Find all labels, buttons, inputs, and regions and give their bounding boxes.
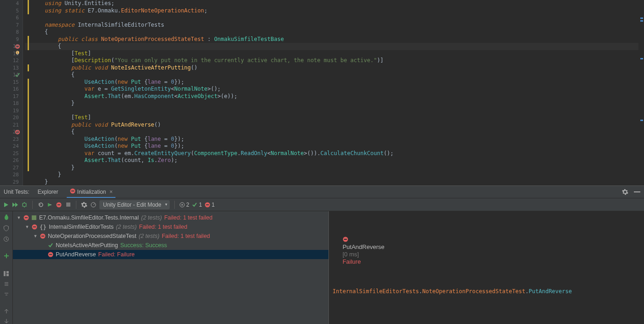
tree-row-namespace[interactable]: ▼ {} InternalSimfileEditorTests (2 tests… [13, 222, 328, 231]
gear-icon[interactable] [622, 189, 628, 195]
line-gutter: 4567891011121314151617181920212223242526… [0, 0, 23, 185]
code-editor[interactable]: 4567891011121314151617181920212223242526… [0, 0, 644, 185]
failed-count[interactable]: 1 [205, 202, 215, 208]
svg-rect-12 [66, 202, 70, 207]
svg-rect-33 [344, 239, 347, 240]
fail-circle-icon [69, 188, 76, 194]
broken-count[interactable]: 2 [179, 202, 190, 208]
run-icon[interactable] [3, 202, 9, 208]
svg-rect-27 [33, 226, 36, 227]
rerun-icon[interactable] [37, 202, 44, 208]
test-toolbar: Unity Editor - Edit Mode 2 1 1 [0, 198, 644, 211]
svg-point-18 [6, 214, 7, 216]
runner-dropdown[interactable]: Unity Editor - Edit Mode [99, 200, 170, 209]
test-tree[interactable]: ▼ E7.Onmaku.SimfileEditor.Tests.Internal… [13, 211, 328, 324]
tab-explorer[interactable]: Explorer [35, 187, 61, 197]
svg-rect-31 [49, 254, 52, 255]
minimap[interactable] [638, 0, 644, 185]
svg-rect-21 [6, 271, 9, 273]
bug-icon[interactable] [3, 214, 10, 220]
up-arrow-icon[interactable] [3, 308, 10, 314]
svg-rect-11 [58, 204, 60, 205]
down-arrow-icon[interactable] [3, 318, 10, 324]
svg-rect-22 [6, 274, 9, 276]
shield-icon[interactable] [3, 225, 10, 231]
test-detail[interactable]: PutAndReverse [0 ms] Failure InternalSim… [328, 211, 644, 324]
layout-icon[interactable] [3, 271, 10, 277]
history-icon[interactable] [3, 236, 10, 242]
svg-rect-8 [634, 191, 640, 192]
tab-initialization[interactable]: Initialization × [67, 186, 115, 198]
run-all-icon[interactable] [12, 202, 18, 208]
svg-rect-24 [25, 217, 28, 218]
svg-rect-20 [4, 271, 6, 276]
tree-row-class[interactable]: ▼ NoteOperationProcessedStateTest (2 tes… [13, 231, 328, 241]
stop-icon[interactable] [65, 202, 71, 208]
test-panel-body: ▼ E7.Onmaku.SimfileEditor.Tests.Internal… [0, 211, 644, 324]
tool-window-tabs: Unit Tests: Explorer Initialization × [0, 185, 644, 198]
minimize-icon[interactable] [634, 189, 640, 195]
rerun-failed-icon[interactable] [46, 202, 53, 208]
tree-row-assembly[interactable]: ▼ E7.Onmaku.SimfileEditor.Tests.Internal… [13, 213, 328, 222]
svg-rect-7 [71, 191, 74, 191]
svg-point-9 [23, 203, 26, 207]
collapse-icon[interactable] [3, 291, 10, 297]
svg-rect-29 [41, 236, 44, 237]
tree-row-test-fail[interactable]: PutAndReverse Failed: Failure [13, 250, 328, 259]
stop-fail-icon[interactable] [56, 202, 62, 208]
debug-icon[interactable] [21, 202, 28, 208]
panel-label: Unit Tests: [4, 189, 29, 195]
expand-icon[interactable] [3, 281, 10, 287]
assembly-icon [31, 215, 37, 220]
add-icon[interactable] [3, 253, 10, 259]
close-icon[interactable]: × [109, 189, 113, 195]
coverage-icon[interactable] [90, 202, 97, 208]
settings-icon[interactable] [81, 202, 87, 208]
detail-title: PutAndReverse [0 ms] Failure [333, 229, 640, 273]
code-body[interactable]: using Unity.Entities; using static E7.On… [23, 0, 644, 185]
test-side-toolbar [0, 211, 13, 324]
tree-row-test-pass[interactable]: NoteIsActiveAfterPutting Success: Succes… [13, 241, 328, 250]
passed-count[interactable]: 1 [192, 202, 202, 208]
svg-rect-16 [206, 204, 209, 205]
svg-rect-25 [32, 215, 36, 220]
